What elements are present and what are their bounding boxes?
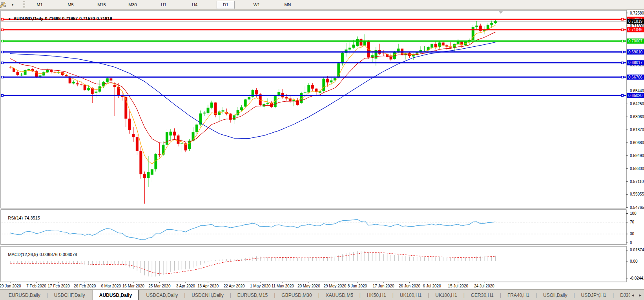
line-anchor-marker[interactable]	[2, 95, 4, 97]
date-axis[interactable]: 29 Jan 20207 Feb 202017 Feb 202026 Feb 2…	[0, 282, 494, 288]
chart-collapse-caret-icon[interactable]: ▼	[8, 17, 11, 21]
chart-tab-usdcnh-daily[interactable]: USDCNH,Daily	[185, 290, 230, 300]
price-tick-label: 0.54765	[630, 205, 644, 210]
date-tick-label: 24 Jul 2020	[474, 284, 494, 288]
price-tick-label: 0.65440	[630, 89, 644, 93]
candle-body	[222, 110, 224, 112]
chart-tab-usdjpy-h1[interactable]: USDJPY,H1	[575, 290, 613, 300]
line-anchor-marker[interactable]	[2, 40, 4, 42]
line-anchor-marker[interactable]	[2, 62, 4, 64]
tabs-scroll-right-icon[interactable]: ►	[639, 293, 642, 297]
line-anchor-marker[interactable]	[622, 18, 624, 20]
candle-body	[113, 85, 116, 87]
date-tick-label: 13 Apr 2020	[197, 284, 219, 288]
candle-body	[173, 132, 176, 135]
chart-tab-xauusd-m5[interactable]: XAUUSD,M5	[319, 290, 359, 300]
candle-body	[20, 75, 23, 75]
chart-title: ▼AUDUSD,Daily0.716680.719570.715700.7181…	[3, 11, 114, 26]
chart-low-value: 0.71570	[79, 16, 95, 21]
line-anchor-marker[interactable]	[622, 29, 624, 31]
macd-panel-title: MACD(12,26,9)0.0068760.006078	[3, 247, 78, 262]
candle-body	[9, 68, 12, 68]
chart-tab-uk100-h1[interactable]: UK100,H1	[429, 290, 463, 300]
candle-body	[143, 174, 146, 178]
macd-tick-label: -0.024412	[630, 276, 644, 280]
candle-body	[248, 97, 250, 99]
rsi-axis: 10070300	[626, 211, 637, 245]
candle-body	[128, 119, 131, 130]
candle-body	[307, 85, 310, 92]
candle-body	[181, 143, 183, 144]
chart-tab-usdchf-daily[interactable]: USDCHF,Daily	[48, 290, 91, 300]
line-anchor-marker[interactable]	[2, 29, 4, 31]
chart-tab-eurusd-daily[interactable]: EURUSD,Daily	[2, 290, 47, 300]
bid-price-label-text: 0.71819	[628, 19, 643, 24]
chart-close-value: 0.71819	[97, 16, 112, 21]
chart-tab-ger30-h1[interactable]: GER30,H1	[465, 290, 500, 300]
chart-tab-hk50-h1[interactable]: HK50,H1	[361, 290, 392, 300]
candle-body	[348, 48, 351, 49]
chart-high-value: 0.71957	[62, 16, 78, 21]
chart-tab-dj30-m15[interactable]: DJ30,M15	[614, 290, 630, 300]
candle-body	[304, 92, 306, 93]
candle-body	[244, 99, 247, 106]
chart-tab-audusd-daily[interactable]: AUDUSD,Daily	[93, 290, 139, 300]
chart-canvas[interactable]: 0.725800.713900.678200.654400.642500.630…	[0, 0, 644, 289]
chart-tab-gbpusd-m30[interactable]: GBPUSD,M30	[275, 290, 318, 300]
date-tick-label: 15 Jul 2020	[448, 284, 468, 288]
price-tick-label: 0.58300	[630, 166, 644, 171]
price-tick-label: 0.64250	[630, 102, 644, 106]
candle-body	[80, 84, 82, 85]
date-tick-label: 8 Jun 2020	[348, 284, 367, 288]
price-tick-label: 0.72580	[630, 11, 644, 15]
candle-body	[84, 85, 86, 90]
candle-body	[195, 124, 198, 132]
price-tick-label: 0.55955	[630, 192, 644, 196]
level-price-label-text: 0.68017	[628, 60, 643, 65]
candle-body	[442, 42, 445, 45]
rsi-tick-label: 70	[630, 220, 635, 224]
date-tick-label: 16 Mar 2020	[122, 284, 145, 288]
candle-body	[322, 79, 325, 91]
line-anchor-marker[interactable]	[2, 76, 4, 78]
candle-body	[494, 21, 497, 23]
date-tick-label: 1 May 2020	[250, 284, 271, 288]
macd-tick-label: 0.015741	[630, 248, 644, 252]
chart-tab-usoil-daily[interactable]: USOil,Daily	[537, 290, 573, 300]
chart-tab-bar: EURUSD,Daily|USDCHF,Daily AUDUSD,Daily U…	[0, 289, 644, 300]
macd-panel	[1, 246, 626, 282]
candle-body	[147, 172, 150, 178]
candle-body	[151, 169, 153, 175]
line-anchor-marker[interactable]	[2, 51, 4, 53]
level-price-label-text: 0.65020	[628, 93, 643, 98]
line-anchor-marker[interactable]	[622, 76, 624, 78]
price-tick-label: 0.61870	[630, 128, 644, 132]
rsi-label: RSI(14)	[8, 216, 23, 220]
line-anchor-marker[interactable]	[622, 95, 624, 97]
candle-body	[330, 80, 332, 82]
chart-tab-fra40-h1[interactable]: FRA40,H1	[501, 290, 536, 300]
rsi-tick-label: 0	[630, 241, 632, 245]
line-anchor-marker[interactable]	[622, 51, 624, 53]
date-tick-label: 29 May 2020	[323, 284, 346, 288]
line-anchor-marker[interactable]	[622, 40, 624, 42]
candle-body	[72, 82, 75, 83]
chart-tabs: EURUSD,Daily|USDCHF,Daily AUDUSD,Daily U…	[0, 290, 630, 300]
tabs-scroll-left-icon[interactable]: ◄	[631, 293, 635, 297]
chart-tab-eurusd-m15[interactable]: EURUSD,M15	[231, 290, 274, 300]
candle-body	[255, 90, 258, 95]
date-tick-label: 29 Jan 2020	[0, 284, 21, 288]
chart-tab-usdcad-daily[interactable]: USDCAD,Daily	[140, 290, 184, 300]
candle-body	[233, 115, 235, 120]
candle-body	[266, 103, 269, 104]
candle-body	[27, 69, 30, 70]
candle-body	[397, 49, 400, 52]
candle-body	[356, 39, 359, 46]
candle-body	[218, 112, 221, 115]
candle-body	[423, 50, 426, 50]
macd-axis: 0.0157410.00-0.024412	[626, 248, 644, 280]
chart-tab-uk100-h1[interactable]: UK100,H1	[394, 290, 428, 300]
line-anchor-marker[interactable]	[622, 62, 624, 64]
candle-body	[177, 135, 179, 144]
macd-signal-value: 0.006078	[59, 252, 77, 257]
